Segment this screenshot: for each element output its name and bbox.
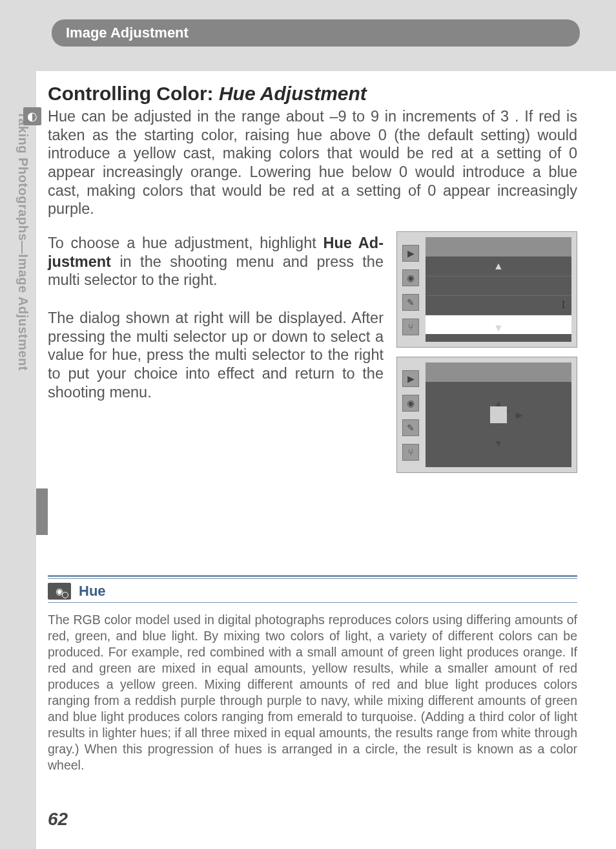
value-box xyxy=(490,406,507,423)
p2-pre: To choose a hue adjustment, highlight xyxy=(48,235,323,251)
rule xyxy=(48,602,577,603)
thumb-tab xyxy=(36,488,48,535)
menu-header xyxy=(426,362,571,382)
section-tab: Image Adjustment xyxy=(52,19,580,47)
paragraph-2: To choose a hue adjustment, highlight Hu… xyxy=(48,234,384,289)
menu-panel: ° ▲ ▼ ▶ xyxy=(426,362,571,467)
menu-tab-icons: ▶ ◉ ✎ ⑂ xyxy=(402,245,424,335)
arrow-right-icon: ▶ xyxy=(516,410,523,420)
arrow-up-icon: ▲ xyxy=(494,398,503,408)
paragraph-1: Hue can be adjusted in the range about –… xyxy=(48,107,577,218)
info-text: The RGB color model used in digital phot… xyxy=(48,612,577,773)
info-camera-icon: ◉ xyxy=(48,583,71,600)
setup-tab-icon: ✎ xyxy=(402,419,419,436)
menu-screenshot-1: ▶ ◉ ✎ ⑂ ▲ ▼ I xyxy=(396,231,577,348)
retouch-tab-icon: ⑂ xyxy=(402,444,419,461)
paragraph-3: The dialog shown at right will be displa… xyxy=(48,309,384,401)
retouch-tab-icon: ⑂ xyxy=(402,319,419,335)
title-prefix: Controlling Color: xyxy=(48,83,219,104)
section-tab-label: Image Adjustment xyxy=(66,25,189,41)
rule xyxy=(48,575,577,577)
play-tab-icon: ▶ xyxy=(402,245,419,262)
shoot-tab-icon: ◉ xyxy=(402,395,419,412)
arrow-down-icon: ▼ xyxy=(494,438,503,448)
info-box: ◉ Hue The RGB color model used in digita… xyxy=(48,575,577,773)
menu-row xyxy=(426,276,571,295)
menu-tab-icons: ▶ ◉ ✎ ⑂ xyxy=(402,370,424,461)
setup-tab-icon: ✎ xyxy=(402,294,419,311)
vertical-section-label: Taking Photographs—Image Adjustment xyxy=(15,111,30,371)
page-title: Controlling Color: Hue Adjustment xyxy=(48,83,577,105)
menu-header xyxy=(426,237,571,257)
info-title: Hue xyxy=(79,583,106,600)
camera-mode-icon: ◐ xyxy=(23,107,41,125)
degree-symbol: ° xyxy=(508,408,511,417)
menu-screenshot-2: ▶ ◉ ✎ ⑂ ° ▲ ▼ ▶ xyxy=(396,357,577,473)
play-tab-icon: ▶ xyxy=(402,370,419,387)
menu-row xyxy=(426,295,571,315)
title-italic: Hue Adjustment xyxy=(219,83,367,104)
page-number: 62 xyxy=(48,809,68,830)
shoot-tab-icon: ◉ xyxy=(402,269,419,286)
rule xyxy=(48,578,577,579)
scroll-up-icon: ▲ xyxy=(493,260,504,272)
scroll-down-icon: ▼ xyxy=(493,322,504,334)
value-indicator: I xyxy=(562,299,565,311)
menu-panel: ▲ ▼ I xyxy=(426,237,571,342)
